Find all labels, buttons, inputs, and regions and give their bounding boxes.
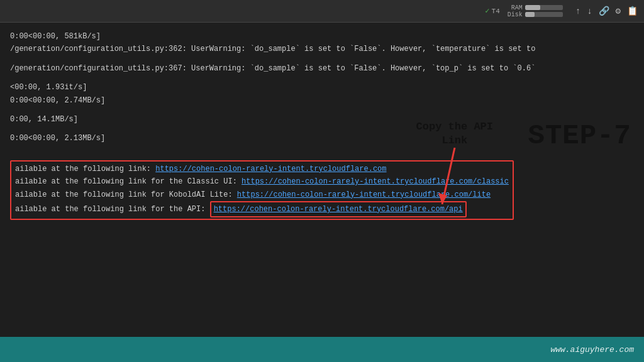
top-bar: ✓ T4 RAM Disk ↑ ↓ 🔗 ⚙ 📋 xyxy=(0,0,644,23)
copy-label: Copy the API Link xyxy=(416,120,493,148)
disk-track xyxy=(525,12,563,17)
link-1[interactable]: https://cohen-colon-rarely-intent.tryclo… xyxy=(155,165,386,173)
up-icon[interactable]: ↑ xyxy=(575,6,580,16)
terminal-line-4: <00:00, 1.93it/s] xyxy=(10,81,634,94)
checkmark-icon: ✓ xyxy=(485,6,489,16)
bottom-bar: www.aiguyhere.com xyxy=(0,337,644,362)
ram-label: RAM xyxy=(511,4,523,11)
terminal-gap-3 xyxy=(10,107,634,113)
disk-fill xyxy=(525,12,535,17)
terminal-line-3: /generation/configuration_utils.py:367: … xyxy=(10,62,634,75)
toolbar-icons: ↑ ↓ 🔗 ⚙ 📋 xyxy=(575,6,638,16)
svg-marker-1 xyxy=(438,193,447,204)
ram-fill xyxy=(525,5,540,10)
terminal-gap-6 xyxy=(10,151,634,158)
links-section: ailable at the following link: https://c… xyxy=(10,160,634,221)
t4-label: T4 xyxy=(492,8,500,15)
terminal-gap-1 xyxy=(10,56,634,62)
settings-icon[interactable]: ⚙ xyxy=(616,6,621,16)
ram-bar: RAM xyxy=(511,4,563,11)
disk-bar: Disk xyxy=(508,11,563,18)
ram-track xyxy=(525,5,563,10)
terminal-gap-2 xyxy=(10,75,634,81)
copy-icon[interactable]: 📋 xyxy=(627,6,638,16)
disk-label: Disk xyxy=(508,11,523,18)
terminal-line-2: /generation/configuration_utils.py:362: … xyxy=(10,43,634,55)
website-label: www.aiguyhere.com xyxy=(550,345,634,354)
link-icon[interactable]: 🔗 xyxy=(599,6,609,16)
down-icon[interactable]: ↓ xyxy=(587,6,592,16)
terminal-line-1: 0:00<00:00, 581kB/s] xyxy=(10,30,634,43)
step-label: STEP-7 xyxy=(528,120,631,151)
copy-annotation: Copy the API Link xyxy=(416,120,493,211)
t4-badge: ✓ T4 xyxy=(485,6,499,16)
ram-disk-info: RAM Disk xyxy=(508,4,563,18)
annotation-arrow xyxy=(436,148,474,211)
terminal-line-5: 0:00<00:00, 2.74MB/s] xyxy=(10,94,634,107)
terminal-area: 0:00<00:00, 581kB/s] /generation/configu… xyxy=(0,23,644,337)
